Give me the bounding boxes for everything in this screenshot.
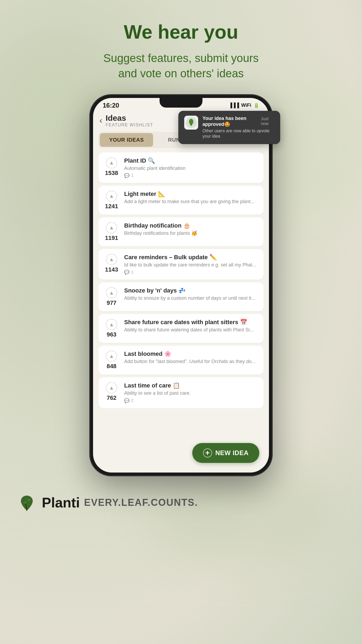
idea-content-2: Light meter 📐 Add a light meter to make … — [124, 191, 258, 206]
idea-card-last-care[interactable]: ▲ 762 Last time of care 📋 Ability to see… — [98, 377, 264, 408]
idea-title-5: Snooze by 'n' days 💤 — [124, 287, 258, 294]
vote-count-6: 963 — [107, 331, 117, 338]
phone-frame: 16:20 ▐▐▐ WiFi 🔋 ‹ Ideas FEATURE WISHLIS… — [90, 95, 272, 476]
idea-desc-4: Id like to bulk update the care reminder… — [124, 262, 258, 268]
upvote-icon-7[interactable]: ▲ — [106, 350, 117, 362]
phone-wrapper: Your idea has been approved🤩 Just now Ot… — [90, 95, 272, 476]
status-icons: ▐▐▐ WiFi 🔋 — [229, 103, 259, 108]
header-subtitle: Suggest features, submit yours and vote … — [104, 51, 259, 81]
notif-app-icon — [184, 116, 198, 130]
idea-desc-1: Automatic plant identification — [124, 165, 258, 171]
phone-screen: 16:20 ▐▐▐ WiFi 🔋 ‹ Ideas FEATURE WISHLIS… — [93, 98, 269, 473]
comment-icon-4: 💬 — [124, 270, 130, 275]
idea-meta-1: 💬 1 — [124, 173, 258, 178]
status-time: 16:20 — [103, 102, 119, 109]
header-section: We hear you Suggest features, submit you… — [104, 0, 259, 81]
vote-count-8: 762 — [107, 394, 117, 401]
notif-time: Just now — [261, 116, 274, 126]
idea-title-3: Birthday notification 🎂 — [124, 222, 258, 229]
idea-card-plant-id[interactable]: ▲ 1538 Plant ID 🔍 Automatic plant identi… — [98, 152, 264, 183]
vote-section-4: ▲ 1143 — [104, 254, 119, 273]
notif-content: Your idea has been approved🤩 Just now Ot… — [202, 116, 274, 140]
vote-count-7: 848 — [107, 363, 117, 370]
vote-count-4: 1143 — [105, 266, 118, 273]
vote-section-2: ▲ 1241 — [104, 191, 119, 210]
new-idea-plus-icon: + — [203, 448, 212, 458]
ideas-list: ▲ 1538 Plant ID 🔍 Automatic plant identi… — [93, 152, 269, 408]
idea-card-share-dates[interactable]: ▲ 963 Share future care dates with plant… — [98, 314, 264, 343]
idea-desc-3: Birthday notifications for plants 🥳 — [124, 230, 258, 236]
header-title: We hear you — [104, 21, 259, 43]
idea-meta-8: 💬 2 — [124, 398, 258, 403]
logo-tagline: EVERY.LEAF.COUNTS. — [84, 497, 198, 508]
idea-content-3: Birthday notification 🎂 Birthday notific… — [124, 222, 258, 238]
idea-title-1: Plant ID 🔍 — [124, 157, 258, 164]
nav-title: Ideas — [106, 114, 153, 123]
upvote-icon-1[interactable]: ▲ — [106, 157, 117, 169]
idea-desc-6: Ability to share future watering dates o… — [124, 327, 258, 333]
vote-count-1: 1538 — [105, 170, 118, 177]
idea-desc-8: Ability to see a list of past care. — [124, 390, 258, 396]
main-content: We hear you Suggest features, submit you… — [0, 0, 362, 513]
tab-your-ideas[interactable]: YOUR IDEAS — [100, 133, 153, 147]
notification-popup: Your idea has been approved🤩 Just now Ot… — [178, 111, 280, 144]
idea-title-4: Care reminders – Bulk update ✏️ — [124, 254, 258, 261]
idea-content-6: Share future care dates with plant sitte… — [124, 319, 258, 335]
idea-desc-7: Add button for "last bloomed". Useful fo… — [124, 358, 258, 365]
idea-card-birthday[interactable]: ▲ 1191 Birthday notification 🎂 Birthday … — [98, 217, 264, 246]
new-idea-label: NEW IDEA — [215, 449, 249, 457]
vote-section-6: ▲ 963 — [104, 319, 119, 338]
notif-title: Your idea has been approved🤩 — [202, 116, 261, 127]
nav-title-group: Ideas FEATURE WISHLIST — [106, 114, 153, 127]
comment-count-1: 1 — [131, 173, 134, 178]
vote-section-5: ▲ 977 — [104, 287, 119, 306]
upvote-icon-8[interactable]: ▲ — [106, 382, 117, 393]
back-button[interactable]: ‹ — [99, 115, 102, 125]
upvote-icon-2[interactable]: ▲ — [106, 191, 117, 202]
idea-content-4: Care reminders – Bulk update ✏️ Id like … — [124, 254, 258, 275]
logo-text: Planti — [42, 495, 80, 511]
vote-section-3: ▲ 1191 — [104, 222, 119, 241]
upvote-icon-5[interactable]: ▲ — [106, 287, 117, 298]
planti-logo-icon — [16, 492, 38, 513]
idea-meta-4: 💬 1 — [124, 270, 258, 275]
upvote-icon-6[interactable]: ▲ — [106, 319, 117, 330]
idea-content-5: Snooze by 'n' days 💤 Ability to snooze b… — [124, 287, 258, 303]
vote-section-7: ▲ 848 — [104, 350, 119, 370]
idea-content-1: Plant ID 🔍 Automatic plant identificatio… — [124, 157, 258, 178]
planti-logo: Planti — [16, 492, 80, 513]
idea-content-8: Last time of care 📋 Ability to see a lis… — [124, 382, 258, 403]
idea-title-6: Share future care dates with plant sitte… — [124, 319, 258, 326]
wifi-icon: WiFi — [241, 103, 251, 108]
comment-icon-1: 💬 — [124, 173, 130, 178]
vote-count-3: 1191 — [105, 235, 118, 241]
new-idea-button[interactable]: + NEW IDEA — [192, 443, 259, 463]
comment-count-4: 1 — [131, 270, 134, 275]
vote-section-8: ▲ 762 — [104, 382, 119, 401]
idea-card-snooze[interactable]: ▲ 977 Snooze by 'n' days 💤 Ability to sn… — [98, 282, 264, 311]
notif-header: Your idea has been approved🤩 Just now — [202, 116, 274, 127]
vote-section-1: ▲ 1538 — [104, 157, 119, 177]
idea-desc-5: Ability to snooze by a custom number of … — [124, 295, 258, 301]
idea-desc-2: Add a light meter to make sure that you … — [124, 199, 258, 205]
idea-title-7: Last bloomed 🌸 — [124, 350, 258, 357]
idea-title-8: Last time of care 📋 — [124, 382, 258, 389]
idea-content-7: Last bloomed 🌸 Add button for "last bloo… — [124, 350, 258, 366]
nav-subtitle: FEATURE WISHLIST — [106, 123, 153, 127]
comment-icon-8: 💬 — [124, 398, 130, 403]
vote-count-5: 977 — [107, 299, 117, 306]
bottom-branding: Planti EVERY.LEAF.COUNTS. — [0, 492, 362, 513]
notif-body: Other users are now able to upvote your … — [202, 128, 274, 140]
idea-card-bulk-update[interactable]: ▲ 1143 Care reminders – Bulk update ✏️ I… — [98, 249, 264, 280]
idea-card-last-bloomed[interactable]: ▲ 848 Last bloomed 🌸 Add button for "las… — [98, 346, 264, 375]
vote-count-2: 1241 — [105, 203, 118, 210]
upvote-icon-3[interactable]: ▲ — [106, 222, 117, 233]
phone-notch — [160, 98, 202, 108]
idea-card-light-meter[interactable]: ▲ 1241 Light meter 📐 Add a light meter t… — [98, 186, 264, 215]
battery-icon: 🔋 — [253, 103, 259, 108]
idea-title-2: Light meter 📐 — [124, 191, 258, 197]
upvote-icon-4[interactable]: ▲ — [106, 254, 117, 265]
signal-icon: ▐▐▐ — [229, 103, 239, 108]
comment-count-8: 2 — [131, 398, 134, 403]
